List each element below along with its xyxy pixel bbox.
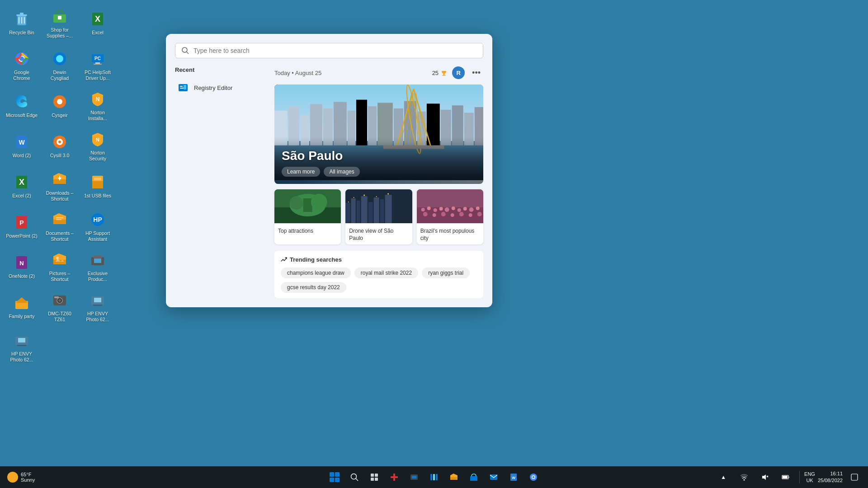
notification-btn[interactable]: [845, 468, 863, 486]
svg-point-156: [533, 476, 535, 479]
icon-cysill[interactable]: Cysill 3.0: [42, 127, 78, 165]
svg-rect-162: [783, 476, 788, 479]
icon-edge[interactable]: Microsoft Edge: [4, 86, 40, 125]
all-images-btn[interactable]: All images: [324, 167, 359, 177]
svg-rect-16: [95, 62, 100, 64]
wifi-icon-btn[interactable]: [735, 468, 753, 486]
svg-rect-112: [380, 199, 384, 223]
icon-downloads[interactable]: Downloads – Shortcut: [42, 167, 78, 205]
svg-point-121: [421, 208, 425, 211]
clock[interactable]: 16:11 25/08/2022: [818, 470, 843, 484]
icon-excel[interactable]: X Excel: [80, 4, 116, 42]
svg-text:X: X: [95, 14, 100, 23]
start-button[interactable]: [326, 468, 344, 486]
learn-more-btn[interactable]: Learn more: [282, 167, 320, 177]
svg-rect-148: [436, 474, 438, 480]
taskbar-mail-btn[interactable]: [485, 468, 503, 486]
sub-card-1[interactable]: Drone view of São Paulo: [345, 189, 412, 244]
svg-rect-64: [180, 88, 184, 89]
svg-point-134: [450, 213, 454, 217]
icon-pc-helpsoft[interactable]: PC PC HelpSoft Driver Up...: [80, 46, 116, 84]
svg-point-115: [354, 197, 354, 198]
icon-norton-security[interactable]: N Norton Security: [80, 127, 116, 165]
icon-powerpoint[interactable]: P PowerPoint (2): [4, 207, 40, 245]
svg-point-45: [56, 257, 59, 259]
news-panel: Today • August 25 25 R •••: [274, 66, 483, 298]
avatar[interactable]: R: [452, 66, 465, 79]
norton-install-label: Norton Installa...: [81, 110, 114, 121]
popup-body: Recent Registry Editor Today • August 25: [175, 66, 483, 298]
sub-card-0-label: Top attractions: [274, 225, 341, 238]
svg-point-124: [439, 207, 443, 211]
icon-1st-usb[interactable]: 1st USB files: [80, 167, 116, 205]
svg-point-60: [182, 47, 187, 52]
trending-tag-2[interactable]: ryan giggs trial: [422, 267, 470, 278]
icon-recycle-bin[interactable]: Recycle Bin: [4, 4, 40, 42]
taskbar-right: ▲ E: [710, 466, 868, 488]
svg-text:N: N: [19, 260, 24, 267]
icon-hp-support[interactable]: HP HP Support Assistant: [80, 207, 116, 245]
taskbar-chrome-btn[interactable]: [524, 468, 542, 486]
icon-norton-install[interactable]: N Norton Installa...: [80, 86, 116, 125]
more-options-btn[interactable]: •••: [469, 67, 483, 79]
svg-point-116: [363, 195, 365, 196]
cysgeir-label: Cysgeir: [52, 113, 68, 118]
icon-shop-supplies[interactable]: Shop for Supplies –...: [42, 4, 78, 42]
taskbar-office-btn[interactable]: [385, 468, 403, 486]
svg-point-130: [476, 206, 479, 210]
icon-word[interactable]: W Word (2): [4, 127, 40, 165]
icon-hp-envy[interactable]: HP ENVY Photo 62...: [80, 287, 116, 326]
windows-logo: [330, 472, 340, 482]
sub-card-2[interactable]: Brazil's most populous city: [417, 189, 483, 244]
icon-family-party[interactable]: Family party: [4, 287, 40, 326]
main-news-card[interactable]: São Paulo Learn more All images: [274, 84, 483, 184]
svg-rect-151: [490, 474, 497, 480]
svg-rect-107: [351, 198, 356, 223]
search-input[interactable]: [193, 47, 476, 54]
volume-icon-btn[interactable]: [756, 468, 774, 486]
icon-documents[interactable]: Documents – Shortcut: [42, 207, 78, 245]
icon-chrome[interactable]: Google Chrome: [4, 46, 40, 84]
svg-line-61: [187, 52, 189, 54]
taskbar-search-btn[interactable]: [345, 468, 363, 486]
trending-tag-0[interactable]: champions league draw: [281, 267, 351, 278]
icon-onenote[interactable]: N OneNote (2): [4, 247, 40, 286]
main-card-overlay: São Paulo Learn more All images: [274, 141, 483, 184]
svg-point-14: [56, 55, 63, 62]
taskbar-taskview-btn[interactable]: [365, 468, 383, 486]
icon-excel2[interactable]: X Excel (2): [4, 167, 40, 205]
sub-img-populous: [417, 189, 483, 223]
trending-tag-3[interactable]: gcse results day 2022: [281, 282, 346, 293]
svg-point-103: [290, 196, 303, 210]
system-tray-toggle[interactable]: ▲: [714, 468, 732, 486]
svg-rect-59: [18, 338, 25, 343]
icon-cysgeir[interactable]: Cysgeir: [42, 86, 78, 125]
svg-rect-142: [371, 478, 374, 481]
icon-pictures[interactable]: Pictures – Shortcut: [42, 247, 78, 286]
icon-exclusive[interactable]: Exclusive Produc...: [80, 247, 116, 286]
sub-card-0[interactable]: Top attractions: [274, 189, 341, 244]
icon-dmc-tz60[interactable]: DMC-TZ60 TZ61: [42, 287, 78, 326]
icon-hp-envy2[interactable]: HP ENVY Photo 62...: [4, 328, 40, 366]
weather-widget[interactable]: 65°F Sunny: [4, 472, 38, 483]
svg-rect-141: [375, 474, 378, 477]
taskbar-xbox-btn[interactable]: [405, 468, 423, 486]
taskbar-store-btn[interactable]: [465, 468, 483, 486]
svg-point-52: [58, 299, 61, 302]
lang-region: ENG UK: [804, 471, 815, 484]
svg-rect-2: [20, 13, 24, 14]
trending-tag-1[interactable]: royal mail strike 2022: [354, 267, 418, 278]
sub-images: Top attractions: [274, 189, 483, 244]
recent-item-registry[interactable]: Registry Editor: [175, 79, 265, 97]
svg-rect-147: [433, 474, 435, 480]
taskbar-files-btn[interactable]: [445, 468, 463, 486]
svg-point-133: [441, 212, 445, 216]
icon-dewin[interactable]: Dewin Cysgliad: [42, 46, 78, 84]
taskbar-word-btn[interactable]: W: [505, 468, 523, 486]
svg-rect-53: [54, 296, 59, 298]
wifi-icon: [740, 473, 748, 481]
taskbar-library-btn[interactable]: [425, 468, 443, 486]
battery-icon-btn[interactable]: [777, 468, 795, 486]
search-icon: [182, 47, 189, 54]
svg-rect-149: [450, 477, 458, 480]
